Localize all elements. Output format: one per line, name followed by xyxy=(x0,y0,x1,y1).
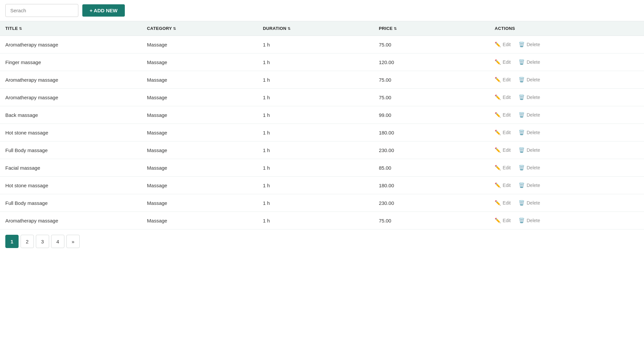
delete-button[interactable]: 🗑️ Delete xyxy=(519,200,540,206)
sort-icon-duration: ⇅ xyxy=(287,27,290,31)
trash-icon: 🗑️ xyxy=(519,130,525,135)
cell-duration: 1 h xyxy=(258,141,373,159)
edit-button[interactable]: ✏️ Edit xyxy=(495,182,511,188)
delete-label: Delete xyxy=(526,200,540,206)
delete-button[interactable]: 🗑️ Delete xyxy=(519,112,540,118)
page-next-button[interactable]: » xyxy=(66,235,80,248)
edit-icon: ✏️ xyxy=(495,130,501,135)
delete-button[interactable]: 🗑️ Delete xyxy=(519,94,540,100)
cell-duration: 1 h xyxy=(258,124,373,141)
cell-category: Massage xyxy=(142,159,258,177)
page-btn-2[interactable]: 2 xyxy=(21,235,34,248)
trash-icon: 🗑️ xyxy=(519,42,525,47)
delete-label: Delete xyxy=(526,147,540,153)
edit-button[interactable]: ✏️ Edit xyxy=(495,200,511,206)
add-new-button[interactable]: + ADD NEW xyxy=(82,4,125,17)
edit-button[interactable]: ✏️ Edit xyxy=(495,94,511,100)
col-header-actions: ACTIONS xyxy=(489,21,644,36)
cell-title: Facial massage xyxy=(0,159,142,177)
delete-label: Delete xyxy=(526,165,540,170)
pagination: 1234» xyxy=(0,229,644,253)
edit-icon: ✏️ xyxy=(495,147,501,153)
table-body: Aromatherapy massage Massage 1 h 75.00 ✏… xyxy=(0,36,644,229)
delete-button[interactable]: 🗑️ Delete xyxy=(519,42,540,47)
edit-label: Edit xyxy=(503,42,511,47)
trash-icon: 🗑️ xyxy=(519,200,525,206)
page-btn-3[interactable]: 3 xyxy=(36,235,49,248)
edit-icon: ✏️ xyxy=(495,182,501,188)
search-input[interactable] xyxy=(5,4,78,17)
trash-icon: 🗑️ xyxy=(519,182,525,188)
cell-duration: 1 h xyxy=(258,36,373,53)
edit-button[interactable]: ✏️ Edit xyxy=(495,217,511,223)
cell-category: Massage xyxy=(142,141,258,159)
edit-button[interactable]: ✏️ Edit xyxy=(495,130,511,135)
table-row: Aromatherapy massage Massage 1 h 75.00 ✏… xyxy=(0,89,644,106)
delete-label: Delete xyxy=(526,183,540,188)
sort-icon-category: ⇅ xyxy=(173,27,176,31)
cell-actions: ✏️ Edit 🗑️ Delete xyxy=(489,53,644,71)
cell-title: Hot stone massage xyxy=(0,124,142,141)
delete-button[interactable]: 🗑️ Delete xyxy=(519,182,540,188)
cell-duration: 1 h xyxy=(258,53,373,71)
cell-actions: ✏️ Edit 🗑️ Delete xyxy=(489,212,644,229)
edit-icon: ✏️ xyxy=(495,200,501,206)
edit-icon: ✏️ xyxy=(495,112,501,118)
cell-actions: ✏️ Edit 🗑️ Delete xyxy=(489,177,644,194)
page-btn-4[interactable]: 4 xyxy=(51,235,64,248)
edit-button[interactable]: ✏️ Edit xyxy=(495,77,511,83)
edit-button[interactable]: ✏️ Edit xyxy=(495,112,511,118)
cell-duration: 1 h xyxy=(258,106,373,124)
cell-price: 230.00 xyxy=(373,141,489,159)
edit-button[interactable]: ✏️ Edit xyxy=(495,59,511,65)
page-btn-1[interactable]: 1 xyxy=(5,235,19,248)
delete-button[interactable]: 🗑️ Delete xyxy=(519,130,540,135)
col-header-category[interactable]: CATEGORY⇅ xyxy=(142,21,258,36)
table-header: TITLE⇅ CATEGORY⇅ DURATION⇅ PRICE⇅ ACTION… xyxy=(0,21,644,36)
delete-button[interactable]: 🗑️ Delete xyxy=(519,217,540,223)
edit-label: Edit xyxy=(503,59,511,65)
cell-category: Massage xyxy=(142,53,258,71)
edit-label: Edit xyxy=(503,183,511,188)
edit-label: Edit xyxy=(503,200,511,206)
cell-category: Massage xyxy=(142,71,258,89)
edit-label: Edit xyxy=(503,77,511,82)
cell-price: 230.00 xyxy=(373,194,489,212)
edit-label: Edit xyxy=(503,147,511,153)
edit-button[interactable]: ✏️ Edit xyxy=(495,42,511,47)
cell-actions: ✏️ Edit 🗑️ Delete xyxy=(489,106,644,124)
delete-button[interactable]: 🗑️ Delete xyxy=(519,147,540,153)
cell-category: Massage xyxy=(142,177,258,194)
table-row: Aromatherapy massage Massage 1 h 75.00 ✏… xyxy=(0,71,644,89)
edit-icon: ✏️ xyxy=(495,77,501,83)
table-row: Finger massage Massage 1 h 120.00 ✏️ Edi… xyxy=(0,53,644,71)
edit-icon: ✏️ xyxy=(495,94,501,100)
col-header-price[interactable]: PRICE⇅ xyxy=(373,21,489,36)
cell-category: Massage xyxy=(142,194,258,212)
delete-button[interactable]: 🗑️ Delete xyxy=(519,59,540,65)
delete-label: Delete xyxy=(526,77,540,82)
services-table: TITLE⇅ CATEGORY⇅ DURATION⇅ PRICE⇅ ACTION… xyxy=(0,21,644,229)
cell-duration: 1 h xyxy=(258,194,373,212)
col-header-title[interactable]: TITLE⇅ xyxy=(0,21,142,36)
cell-category: Massage xyxy=(142,212,258,229)
delete-button[interactable]: 🗑️ Delete xyxy=(519,77,540,83)
cell-title: Full Body massage xyxy=(0,141,142,159)
edit-button[interactable]: ✏️ Edit xyxy=(495,147,511,153)
sort-icon-price: ⇅ xyxy=(394,27,397,31)
edit-label: Edit xyxy=(503,95,511,100)
col-header-duration[interactable]: DURATION⇅ xyxy=(258,21,373,36)
cell-price: 99.00 xyxy=(373,106,489,124)
trash-icon: 🗑️ xyxy=(519,77,525,83)
edit-icon: ✏️ xyxy=(495,59,501,65)
cell-duration: 1 h xyxy=(258,89,373,106)
delete-label: Delete xyxy=(526,95,540,100)
delete-button[interactable]: 🗑️ Delete xyxy=(519,165,540,171)
table-row: Aromatherapy massage Massage 1 h 75.00 ✏… xyxy=(0,36,644,53)
cell-actions: ✏️ Edit 🗑️ Delete xyxy=(489,71,644,89)
edit-button[interactable]: ✏️ Edit xyxy=(495,165,511,171)
cell-title: Aromatherapy massage xyxy=(0,212,142,229)
cell-actions: ✏️ Edit 🗑️ Delete xyxy=(489,141,644,159)
delete-label: Delete xyxy=(526,218,540,223)
edit-icon: ✏️ xyxy=(495,217,501,223)
